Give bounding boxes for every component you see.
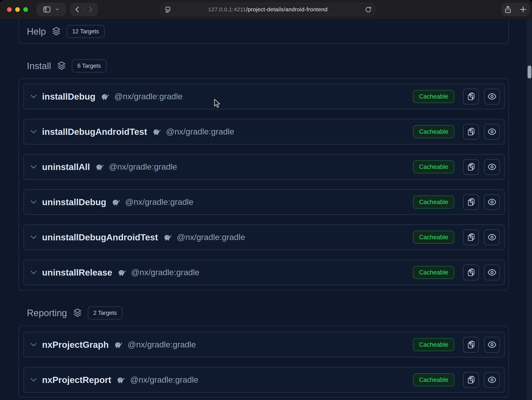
target-row[interactable]: nxProjectReport @nx/gradle:gradle Cachea…	[24, 367, 505, 393]
stack-icon	[56, 61, 67, 71]
cacheable-badge: Cacheable	[413, 373, 454, 386]
scrollbar-track[interactable]	[527, 19, 532, 400]
forward-icon[interactable]	[86, 5, 95, 13]
browser-toolbar: 127.0.0.1:4211/project-details/android-f…	[0, 0, 532, 19]
chevron-down-icon[interactable]	[54, 7, 60, 12]
chevron-down-icon[interactable]	[29, 198, 38, 206]
eye-icon	[488, 375, 496, 384]
eye-icon	[488, 162, 496, 171]
cacheable-badge: Cacheable	[413, 125, 454, 138]
url-host: 127.0.0.1:4211	[208, 6, 246, 12]
cacheable-badge: Cacheable	[413, 338, 454, 351]
target-row[interactable]: nxProjectGraph @nx/gradle:gradle Cacheab…	[24, 332, 505, 357]
gradle-elephant-icon	[152, 128, 162, 135]
copy-button[interactable]	[463, 159, 479, 175]
target-executor: @nx/gradle:gradle	[125, 197, 193, 207]
view-button[interactable]	[484, 124, 500, 140]
target-row[interactable]: installDebug @nx/gradle:gradle Cacheable	[24, 84, 505, 109]
target-row[interactable]: uninstallAll @nx/gradle:gradle Cacheable	[24, 154, 505, 180]
copy-button[interactable]	[463, 229, 479, 245]
target-row[interactable]: installDebugAndroidTest @nx/gradle:gradl…	[24, 119, 505, 144]
copy-button[interactable]	[463, 265, 479, 280]
chevron-down-icon[interactable]	[29, 268, 38, 276]
view-button[interactable]	[484, 265, 500, 280]
view-button[interactable]	[484, 194, 500, 210]
eye-icon	[488, 92, 496, 101]
copy-icon	[467, 127, 475, 136]
target-executor: @nx/gradle:gradle	[131, 268, 199, 277]
gradle-elephant-icon	[95, 163, 104, 171]
target-name: nxProjectReport	[42, 375, 111, 385]
reload-icon[interactable]	[364, 6, 372, 13]
target-name: nxProjectGraph	[42, 340, 109, 350]
targets-count-badge: 12 Targets	[67, 25, 104, 38]
browser-window: 127.0.0.1:4211/project-details/android-f…	[0, 0, 532, 400]
stack-icon	[51, 26, 62, 37]
view-button[interactable]	[484, 337, 500, 353]
copy-icon	[467, 92, 475, 101]
chevron-down-icon[interactable]	[29, 341, 38, 349]
nav-divider	[84, 6, 84, 13]
eye-icon	[488, 198, 496, 206]
gradle-elephant-icon	[117, 269, 127, 276]
copy-icon	[467, 198, 475, 206]
traffic-lights	[7, 7, 28, 12]
chevron-down-icon[interactable]	[29, 128, 38, 136]
new-tab-icon[interactable]	[519, 5, 527, 14]
target-executor: @nx/gradle:gradle	[128, 340, 196, 350]
sidebar-toggle-group[interactable]	[37, 3, 66, 16]
chevron-down-icon[interactable]	[29, 376, 38, 384]
toolbar-actions-group	[501, 3, 530, 16]
reporting-section-box: nxProjectGraph @nx/gradle:gradle Cacheab…	[19, 325, 509, 397]
copy-button[interactable]	[463, 372, 479, 388]
copy-button[interactable]	[463, 89, 479, 104]
chevron-down-icon[interactable]	[29, 163, 38, 171]
target-executor: @nx/gradle:gradle	[166, 127, 234, 137]
view-button[interactable]	[484, 229, 500, 245]
eye-icon	[488, 233, 496, 242]
copy-button[interactable]	[463, 124, 479, 140]
view-button[interactable]	[484, 372, 500, 388]
scrollbar-thumb[interactable]	[528, 66, 532, 79]
target-row[interactable]: uninstallRelease @nx/gradle:gradle Cache…	[24, 260, 505, 285]
back-icon[interactable]	[73, 5, 82, 13]
gradle-elephant-icon	[114, 341, 123, 348]
copy-icon	[467, 162, 475, 171]
eye-icon	[488, 340, 496, 349]
close-window-button[interactable]	[7, 7, 12, 12]
sidebar-icon[interactable]	[43, 5, 51, 14]
copy-button[interactable]	[463, 337, 479, 353]
copy-icon	[467, 268, 475, 277]
cacheable-badge: Cacheable	[413, 160, 454, 173]
section-title: Help	[27, 26, 46, 37]
url-text[interactable]: 127.0.0.1:4211/project-details/android-f…	[160, 3, 376, 16]
copy-icon	[467, 375, 475, 384]
install-section-heading: Install 6 Targets	[27, 59, 107, 73]
eye-icon	[488, 127, 496, 136]
cacheable-badge: Cacheable	[413, 266, 454, 279]
cacheable-badge: Cacheable	[413, 90, 454, 103]
share-icon[interactable]	[504, 5, 512, 14]
copy-button[interactable]	[463, 194, 479, 210]
target-row[interactable]: uninstallDebugAndroidTest @nx/gradle:gra…	[24, 225, 505, 250]
targets-count-badge: 2 Targets	[88, 306, 122, 319]
target-row[interactable]: uninstallDebug @nx/gradle:gradle Cacheab…	[24, 189, 505, 215]
target-executor: @nx/gradle:gradle	[109, 162, 177, 172]
eye-icon	[488, 268, 496, 277]
view-button[interactable]	[484, 89, 500, 104]
target-name: installDebugAndroidTest	[42, 127, 147, 137]
zoom-window-button[interactable]	[23, 7, 28, 12]
minimize-window-button[interactable]	[15, 7, 20, 12]
reporting-section-heading: Reporting 2 Targets	[27, 306, 122, 320]
cacheable-badge: Cacheable	[413, 231, 454, 244]
view-button[interactable]	[484, 159, 500, 175]
chevron-down-icon[interactable]	[29, 233, 38, 241]
target-name: uninstallDebug	[42, 197, 106, 207]
target-executor: @nx/gradle:gradle	[177, 232, 245, 242]
stack-icon	[72, 308, 83, 318]
copy-icon	[467, 233, 475, 242]
gradle-elephant-icon	[111, 198, 121, 206]
target-name: installDebug	[42, 92, 95, 102]
chevron-down-icon[interactable]	[29, 92, 38, 100]
address-bar[interactable]: 127.0.0.1:4211/project-details/android-f…	[160, 3, 376, 16]
